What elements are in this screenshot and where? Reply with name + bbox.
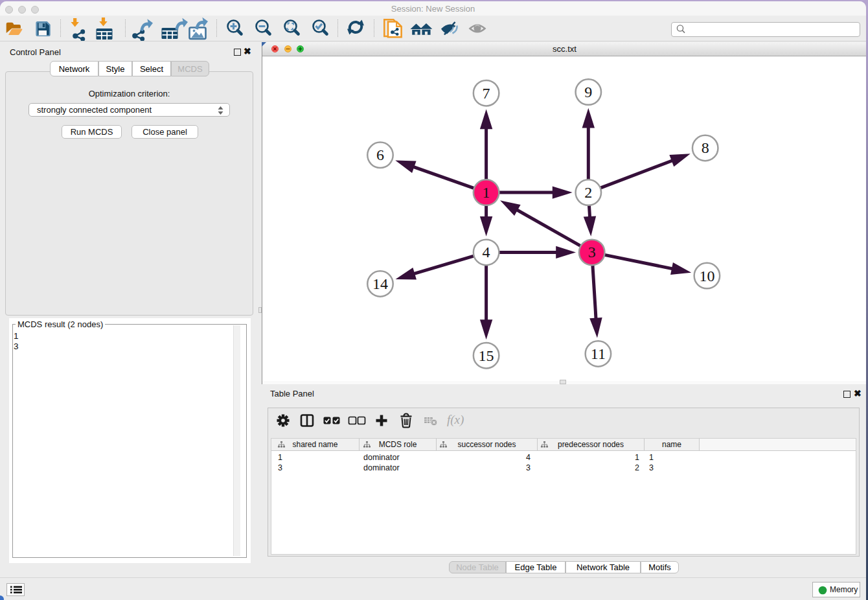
svg-text:7: 7: [483, 85, 490, 102]
svg-text:4: 4: [483, 244, 490, 260]
svg-text:3: 3: [588, 244, 596, 260]
svg-text:11: 11: [591, 345, 606, 362]
svg-text:2: 2: [584, 184, 592, 201]
svg-text:14: 14: [372, 275, 388, 292]
svg-text:1: 1: [483, 184, 490, 201]
svg-text:9: 9: [584, 84, 592, 100]
svg-text:15: 15: [479, 347, 494, 364]
svg-text:8: 8: [702, 140, 709, 157]
svg-text:6: 6: [376, 146, 384, 163]
svg-text:10: 10: [699, 268, 714, 284]
